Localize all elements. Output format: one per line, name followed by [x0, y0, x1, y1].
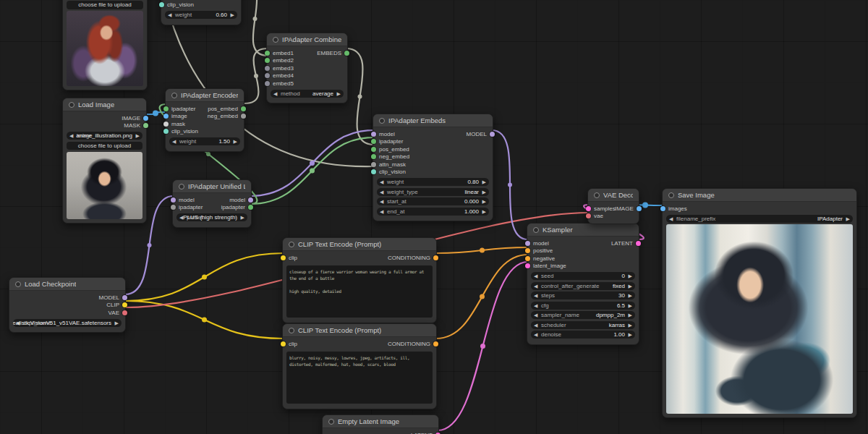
output-dot-MODEL[interactable] [490, 132, 495, 137]
decrement-arrow-icon[interactable]: ◀ [669, 216, 673, 222]
widget-end_at[interactable]: ◀end_at1.000▶ [377, 208, 489, 216]
widget-denoise[interactable]: ◀denoise1.00▶ [531, 331, 635, 339]
node-title-bar[interactable]: Save Image [663, 189, 856, 202]
upload-button[interactable]: choose file to upload [67, 1, 143, 9]
input-image[interactable]: image [170, 113, 187, 119]
node-ipadapter-unified-loader[interactable]: IPAdapter Unified Loadermodelmodelipadap… [172, 179, 252, 228]
collapse-dot-icon[interactable] [379, 118, 385, 124]
input-dot-clip[interactable] [281, 341, 286, 346]
increment-arrow-icon[interactable]: ▶ [629, 302, 632, 309]
input-ipadapter[interactable]: ipadapter [170, 106, 195, 112]
increment-arrow-icon[interactable]: ▶ [482, 189, 486, 195]
collapse-dot-icon[interactable] [533, 227, 539, 233]
input-pos_embed[interactable]: pos_embed [378, 146, 409, 153]
input-dot-ipadapter[interactable] [163, 106, 169, 111]
collapse-dot-icon[interactable] [273, 37, 278, 43]
decrement-arrow-icon[interactable]: ◀ [273, 90, 277, 97]
node-title-bar[interactable]: IPAdapter Combine Embeds [267, 33, 347, 46]
output-IMAGE[interactable]: IMAGE [615, 205, 634, 212]
increment-arrow-icon[interactable]: ▶ [629, 273, 632, 279]
output-dot-model[interactable] [248, 197, 253, 203]
node-title-bar[interactable]: CLIP Text Encode (Prompt) [283, 324, 436, 337]
node-title-bar[interactable]: VAE Decode [588, 189, 639, 202]
output-dot-MODEL[interactable] [122, 295, 127, 300]
increment-arrow-icon[interactable]: ▶ [629, 292, 632, 299]
decrement-arrow-icon[interactable]: ◀ [172, 138, 176, 145]
widget-weight[interactable]: ◀weight0.80▶ [377, 178, 489, 186]
increment-arrow-icon[interactable]: ▶ [136, 132, 140, 139]
widget-method[interactable]: ◀methodaverage▶ [271, 90, 344, 98]
input-embed1[interactable]: embed1 [271, 50, 294, 56]
increment-arrow-icon[interactable]: ▶ [241, 214, 244, 221]
node-clip-text-encode-positive[interactable]: CLIP Text Encode (Prompt)clipCONDITIONIN… [282, 237, 437, 323]
decrement-arrow-icon[interactable]: ◀ [380, 198, 383, 205]
input-ipadapter[interactable]: ipadapter [378, 138, 403, 145]
collapse-dot-icon[interactable] [594, 192, 600, 198]
widget-filename_prefix[interactable]: ◀filename_prefixIPAdapter▶ [666, 215, 853, 223]
collapse-dot-icon[interactable] [179, 184, 184, 190]
increment-arrow-icon[interactable]: ▶ [115, 320, 119, 326]
input-dot-samples[interactable] [586, 206, 591, 211]
input-dot-embed1[interactable] [265, 51, 270, 56]
increment-arrow-icon[interactable]: ▶ [482, 198, 486, 205]
input-dot-images[interactable] [660, 206, 665, 211]
decrement-arrow-icon[interactable]: ◀ [380, 189, 383, 195]
output-ipadapter[interactable]: ipadapter [221, 204, 247, 210]
input-dot-pos_embed[interactable] [371, 147, 376, 152]
widget-ckpt_name[interactable]: ◀ckpt_namerealisticVisionV51_v51VAE.safe… [13, 319, 122, 327]
node-title-bar[interactable]: Empty Latent Image [323, 415, 438, 428]
collapse-dot-icon[interactable] [289, 328, 294, 333]
input-embed2[interactable]: embed2 [271, 57, 294, 64]
input-dot-mask[interactable] [163, 122, 169, 127]
decrement-arrow-icon[interactable]: ◀ [168, 12, 171, 18]
node-title-bar[interactable]: Load Image [63, 98, 146, 111]
output-VAE[interactable]: VAE [109, 310, 121, 316]
collapse-dot-icon[interactable] [171, 93, 177, 98]
decrement-arrow-icon[interactable]: ◀ [534, 312, 537, 318]
output-dot-EMBEDS[interactable] [344, 51, 349, 56]
input-dot-embed3[interactable] [265, 66, 270, 71]
input-model[interactable]: model [177, 197, 195, 203]
widget-weight_type[interactable]: ◀weight_typelinear▶ [377, 188, 489, 196]
input-model[interactable]: model [378, 131, 395, 137]
upload-button[interactable]: choose file to upload [67, 142, 142, 150]
input-latent_image[interactable]: latent_image [532, 263, 566, 269]
widget-scheduler[interactable]: ◀schedulerkarras▶ [531, 321, 635, 329]
prompt-textarea[interactable]: blurry, noisy, messy, lowres, jpeg, arti… [286, 352, 433, 404]
decrement-arrow-icon[interactable]: ◀ [534, 283, 537, 289]
input-dot-ipadapter[interactable] [171, 205, 176, 210]
output-dot-CONDITIONING[interactable] [433, 341, 438, 346]
increment-arrow-icon[interactable]: ▶ [629, 331, 632, 338]
widget-preset[interactable]: ◀presetPLUS (high strength)▶ [176, 213, 247, 221]
input-vae[interactable]: vae [592, 213, 603, 219]
decrement-arrow-icon[interactable]: ◀ [534, 331, 537, 338]
input-clip_vision[interactable]: clip_vision [170, 128, 198, 135]
widget-steps[interactable]: ◀steps30▶ [531, 292, 635, 299]
input-clip[interactable]: clip [287, 255, 297, 261]
input-embed4[interactable]: embed4 [271, 72, 294, 79]
widget-image[interactable]: ◀imageanime_illustration.png▶ [67, 132, 142, 140]
widget-control_after_generate[interactable]: ◀control_after_generatefixed▶ [531, 282, 635, 290]
decrement-arrow-icon[interactable]: ◀ [534, 322, 537, 328]
output-model[interactable]: model [229, 197, 247, 203]
decrement-arrow-icon[interactable]: ◀ [69, 132, 73, 139]
node-load-checkpoint[interactable]: Load CheckpointMODELCLIPVAE◀ckpt_namerea… [9, 277, 126, 333]
increment-arrow-icon[interactable]: ▶ [482, 179, 486, 185]
input-clip[interactable]: clip [287, 341, 297, 347]
decrement-arrow-icon[interactable]: ◀ [534, 273, 537, 279]
widget-cfg[interactable]: ◀cfg6.5▶ [531, 302, 635, 310]
input-model[interactable]: model [532, 240, 549, 247]
node-title-bar[interactable]: IPAdapter Embeds [373, 114, 493, 127]
decrement-arrow-icon[interactable]: ◀ [534, 292, 537, 299]
node-save-image[interactable]: Save Imageimages◀filename_prefixIPAdapte… [662, 188, 857, 418]
input-dot-positive[interactable] [525, 248, 530, 253]
node-empty-latent-image[interactable]: Empty Latent ImageLATENT [322, 414, 439, 434]
input-dot-clip_vision[interactable] [163, 129, 169, 134]
output-MASK[interactable]: MASK [124, 122, 142, 129]
widget-sampler_name[interactable]: ◀sampler_namedpmpp_2m▶ [531, 311, 635, 319]
node-title-bar[interactable]: KSampler [527, 224, 639, 237]
input-mask[interactable]: mask [170, 121, 185, 127]
output-dot-IMAGE[interactable] [637, 206, 642, 211]
output-pos_embed[interactable]: pos_embed [208, 106, 239, 112]
input-negative[interactable]: negative [532, 255, 555, 262]
